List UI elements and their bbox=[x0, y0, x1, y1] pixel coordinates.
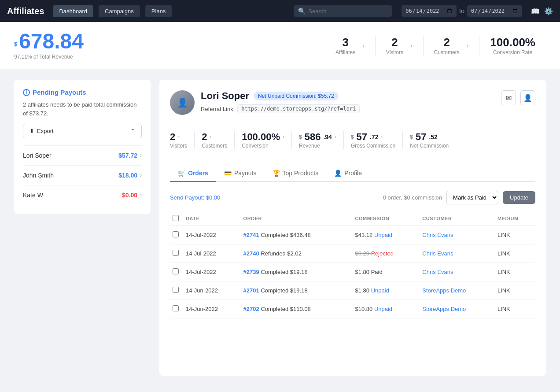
row-checkbox-3[interactable] bbox=[173, 287, 179, 293]
order-commission: $10.80 Unpaid bbox=[353, 300, 420, 318]
order-status: Completed $19.18 bbox=[261, 269, 307, 275]
detail-gross-cents: .72 bbox=[370, 133, 378, 141]
detail-customers-arrow-icon[interactable]: › bbox=[210, 134, 211, 140]
row-checkbox-cell bbox=[170, 263, 183, 281]
customer-name-link[interactable]: StoreApps Demo bbox=[422, 287, 466, 294]
affiliate-item[interactable]: John Smith $18.00 › bbox=[23, 166, 142, 185]
detail-visitors-arrow-icon[interactable]: › bbox=[178, 134, 180, 140]
commission-status-badge: Rejected bbox=[371, 250, 394, 257]
order-medium: LINK bbox=[495, 263, 535, 281]
row-checkbox-0[interactable] bbox=[173, 231, 179, 237]
customer-name-link[interactable]: Chris Evans bbox=[422, 232, 453, 238]
customer-name-link[interactable]: Chris Evans bbox=[422, 269, 453, 275]
customers-arrow-icon[interactable]: › bbox=[467, 42, 469, 49]
tab-payouts[interactable]: 💳 Payouts bbox=[216, 165, 265, 182]
table-row: 14-Jun-2022#2702 Completed $110.08$10.80… bbox=[170, 300, 535, 318]
stats-bar: $ 678.84 97.11% of Total Revenue 3 Affil… bbox=[0, 22, 560, 69]
nav-icons: 📖 ⚙️ bbox=[531, 7, 553, 15]
nav-campaigns[interactable]: Campaigns bbox=[99, 5, 140, 17]
table-row: 14-Jul-2022#2741 Completed $436.48$43.12… bbox=[170, 226, 535, 244]
order-medium: LINK bbox=[495, 226, 535, 244]
search-icon: 🔍 bbox=[298, 7, 306, 15]
affiliate-arrow-icon-john: › bbox=[140, 172, 142, 178]
mark-as-paid-select[interactable]: Mark as Paid bbox=[446, 191, 498, 204]
brand-logo: Affiliates bbox=[7, 6, 44, 16]
detail-metric-revenue: $ 586 .94 › Revenue bbox=[291, 131, 343, 149]
orders-table: DATE ORDER COMMISSION CUSTOMER MEDIUM 14… bbox=[170, 211, 535, 318]
tab-orders[interactable]: 🛒 Orders bbox=[170, 165, 216, 182]
email-icon[interactable]: ✉ bbox=[501, 90, 516, 105]
user-icon[interactable]: 👤 bbox=[520, 90, 535, 105]
commission-status-badge: Unpaid bbox=[371, 287, 389, 294]
col-medium: MEDIUM bbox=[495, 211, 535, 226]
row-checkbox-cell bbox=[170, 281, 183, 300]
export-button[interactable]: ⬇ Export ⌃ bbox=[23, 124, 142, 138]
detail-metric-net-commission: $ 57 .52 Net Commission bbox=[402, 131, 456, 149]
profile-info: Lori Soper Net Unpaid Commission: $55.72… bbox=[201, 90, 501, 113]
nav-plans[interactable]: Plans bbox=[145, 5, 172, 17]
col-order: ORDER bbox=[241, 211, 353, 226]
order-id-link[interactable]: #2701 bbox=[243, 287, 259, 294]
affiliate-item[interactable]: Lori Soper $57.72 › bbox=[23, 146, 142, 166]
conversion-rate: 100.00% bbox=[490, 36, 535, 49]
toolbar-right: 0 order, $0 commission Mark as Paid Upda… bbox=[383, 191, 535, 204]
affiliate-amount-kate: $0.00 bbox=[122, 192, 137, 199]
affiliates-arrow-icon[interactable]: › bbox=[362, 42, 365, 49]
update-button[interactable]: Update bbox=[503, 191, 535, 204]
detail-gross-main: 57 bbox=[357, 131, 367, 143]
select-all-checkbox[interactable] bbox=[173, 215, 179, 221]
profile-actions: ✉ 👤 bbox=[501, 90, 535, 105]
detail-revenue-label: Revenue bbox=[299, 143, 336, 149]
sidebar: i Pending Payouts 2 affiliates needs to … bbox=[14, 80, 151, 376]
tab-top-products[interactable]: 🏆 Top Products bbox=[265, 165, 327, 182]
customer-name-link[interactable]: Chris Evans bbox=[422, 250, 453, 257]
export-label: Export bbox=[37, 128, 54, 134]
row-checkbox-2[interactable] bbox=[173, 268, 179, 274]
visitors-arrow-icon[interactable]: › bbox=[410, 42, 413, 49]
order-id-link[interactable]: #2702 bbox=[243, 306, 259, 312]
referral-label: Referral Link: bbox=[201, 106, 235, 112]
nav-dashboard[interactable]: Dashboard bbox=[53, 5, 93, 17]
tab-profile[interactable]: 👤 Profile bbox=[326, 165, 370, 182]
col-commission: COMMISSION bbox=[353, 211, 420, 226]
row-checkbox-1[interactable] bbox=[173, 250, 179, 256]
detail-conversion-arrow-icon[interactable]: › bbox=[283, 134, 284, 140]
row-checkbox-4[interactable] bbox=[173, 305, 179, 311]
order-status: Refunded $2.02 bbox=[261, 250, 302, 257]
detail-gross-arrow-icon[interactable]: › bbox=[381, 134, 383, 140]
stats-metrics: 3 Affiliates › 2 Visitors › 2 Customers … bbox=[325, 36, 546, 55]
info-icon: i bbox=[23, 89, 30, 96]
settings-icon[interactable]: ⚙️ bbox=[544, 7, 553, 15]
order-commission: $43.12 Unpaid bbox=[353, 226, 420, 244]
search-input[interactable] bbox=[308, 8, 387, 15]
payouts-tab-icon: 💳 bbox=[224, 170, 232, 177]
affiliate-item[interactable]: Kate W $0.00 › bbox=[23, 185, 142, 205]
date-range: to bbox=[402, 5, 522, 17]
order-commission: $1.80 Paid bbox=[353, 263, 420, 281]
avatar: 👤 bbox=[170, 90, 195, 115]
table-row: 14-Jul-2022#2739 Completed $19.18$1.80 P… bbox=[170, 263, 535, 281]
order-id-link[interactable]: #2740 bbox=[243, 250, 259, 257]
order-id-link[interactable]: #2739 bbox=[243, 269, 259, 275]
order-medium: LINK bbox=[495, 244, 535, 263]
customer-name-link[interactable]: StoreApps Demo bbox=[422, 306, 466, 312]
affiliate-list: Lori Soper $57.72 › John Smith $18.00 › … bbox=[23, 145, 142, 205]
send-payout-link[interactable]: Send Payout: $0.00 bbox=[170, 194, 220, 201]
date-from-input[interactable] bbox=[402, 5, 457, 17]
top-products-tab-icon: 🏆 bbox=[273, 170, 280, 177]
order-id-link[interactable]: #2741 bbox=[243, 232, 259, 238]
col-checkbox bbox=[170, 211, 183, 226]
row-checkbox-cell bbox=[170, 300, 183, 318]
row-checkbox-cell bbox=[170, 226, 183, 244]
order-details: #2702 Completed $110.08 bbox=[241, 300, 353, 318]
tab-payouts-label: Payouts bbox=[234, 170, 257, 177]
tab-top-products-label: Top Products bbox=[283, 170, 319, 177]
affiliate-arrow-icon-lori: › bbox=[140, 152, 142, 159]
detail-revenue-arrow-icon[interactable]: › bbox=[335, 134, 336, 140]
book-icon[interactable]: 📖 bbox=[531, 7, 540, 15]
detail-conversion-num: 100.00% bbox=[242, 131, 280, 143]
date-to-input[interactable] bbox=[467, 5, 522, 17]
commission-status-badge: Unpaid bbox=[374, 306, 392, 312]
main-content: i Pending Payouts 2 affiliates needs to … bbox=[0, 69, 560, 386]
orders-toolbar: Send Payout: $0.00 0 order, $0 commissio… bbox=[170, 191, 535, 204]
